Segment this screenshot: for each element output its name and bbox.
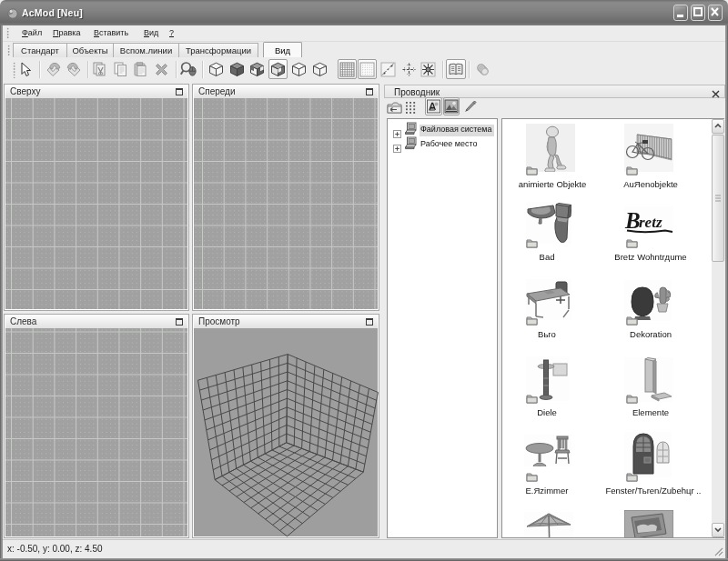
svg-text:retz: retz — [639, 214, 662, 231]
